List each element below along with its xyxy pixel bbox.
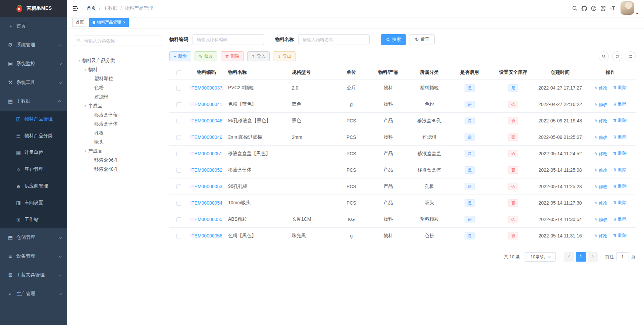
fullscreen-button[interactable] — [598, 0, 608, 17]
tree-node[interactable]: ▾ 半成品 — [74, 101, 162, 110]
row-edit-link[interactable]: ✎修改 — [594, 184, 607, 190]
item-code-link[interactable]: ITEM00000051 — [190, 151, 222, 156]
sidebar-toggle-button[interactable] — [67, 0, 84, 17]
export-button[interactable]: ↧ 导出 — [273, 51, 296, 61]
sidebar-item-production-manage[interactable]: ◐ 生产管理 — [0, 284, 67, 303]
sidebar-item-workshop-settings[interactable]: ◨ 车间设置 — [0, 195, 67, 211]
user-menu[interactable]: ▾ — [621, 1, 638, 16]
github-button[interactable] — [580, 0, 589, 17]
page-size-select[interactable]: 10条/页 — [525, 252, 556, 262]
breadcrumb-item[interactable]: 首页 — [87, 5, 96, 11]
item-code-link[interactable]: ITEM00000055 — [190, 217, 222, 222]
row-checkbox[interactable] — [176, 102, 181, 107]
sidebar-item-measure-unit[interactable]: ▦ 计量单位 — [0, 144, 67, 161]
sidebar-item-system-manage[interactable]: ⚙ 系统管理 — [0, 36, 67, 54]
item-code-link[interactable]: ITEM00000046 — [190, 118, 222, 123]
row-checkbox[interactable] — [176, 217, 181, 222]
row-checkbox[interactable] — [176, 152, 181, 156]
tree-node[interactable]: ▾ 物料及产品分类 — [74, 56, 162, 65]
tree-node[interactable]: 过滤棉 — [74, 92, 162, 101]
sidebar-item-customer-manage[interactable]: ☺ 客户管理 — [0, 161, 67, 178]
tree-node[interactable]: ▾ 产成品 — [74, 147, 162, 156]
tree-node[interactable]: 移液盒盒体 — [74, 119, 162, 128]
row-edit-link[interactable]: ✎修改 — [594, 151, 607, 157]
row-delete-link[interactable]: 删除 — [613, 117, 627, 123]
select-all-checkbox[interactable] — [176, 70, 181, 75]
tree-node[interactable]: 孔板 — [74, 128, 162, 138]
item-code-link[interactable]: ITEM00000041 — [190, 102, 222, 107]
font-size-button[interactable] — [608, 0, 617, 17]
add-button[interactable]: + 新增 — [169, 51, 191, 61]
item-code-link[interactable]: ITEM00000049 — [190, 134, 222, 140]
tree-node[interactable]: 移液盒48孔 — [74, 165, 162, 174]
search-button[interactable] — [570, 0, 580, 17]
item-code-link[interactable]: ITEM00000053 — [190, 184, 222, 189]
hide-search-button[interactable] — [599, 51, 609, 61]
row-delete-link[interactable]: 删除 — [613, 150, 627, 156]
item-code-link[interactable]: ITEM00000054 — [190, 200, 222, 206]
row-edit-link[interactable]: ✎修改 — [594, 85, 607, 91]
row-edit-link[interactable]: ✎修改 — [594, 134, 607, 141]
sidebar-item-workstation[interactable]: ⊞ 工作站 — [0, 211, 67, 228]
row-edit-link[interactable]: ✎修改 — [594, 233, 607, 239]
tree-node[interactable]: 移液盒盒盖 — [74, 110, 162, 119]
row-checkbox[interactable] — [176, 168, 181, 173]
row-delete-link[interactable]: 删除 — [613, 134, 627, 140]
view-tab[interactable]: 物料产品管理 × — [89, 18, 129, 27]
row-delete-link[interactable]: 删除 — [613, 101, 627, 107]
sidebar-item-system-tools[interactable]: ⚒ 系统工具 — [0, 73, 67, 92]
sidebar-item-system-monitor[interactable]: ▣ 系统监控 — [0, 54, 67, 73]
category-search-input[interactable] — [74, 36, 162, 46]
tree-node[interactable]: ▾ 物料 — [74, 65, 162, 74]
filter-input[interactable] — [193, 34, 264, 45]
tree-node[interactable]: 塑料颗粒 — [74, 74, 162, 83]
row-delete-link[interactable]: 删除 — [613, 232, 627, 238]
next-page-button[interactable] — [588, 252, 598, 262]
view-tab[interactable]: 首页 — [72, 18, 87, 27]
sidebar-item-material-product-category[interactable]: ☰ 物料产品分类 — [0, 127, 67, 144]
reset-button[interactable]: ↻ 重置 — [410, 34, 435, 45]
row-delete-link[interactable]: 删除 — [613, 216, 627, 222]
sidebar-item-warehouse-manage[interactable]: ⬒ 仓储管理 — [0, 228, 67, 247]
tree-node[interactable]: 色粉 — [74, 83, 162, 92]
filter-input[interactable] — [298, 34, 370, 45]
row-delete-link[interactable]: 删除 — [613, 200, 627, 206]
sidebar-item-master-data[interactable]: ▤ 主数据 — [0, 92, 67, 111]
delete-button[interactable]: 删除 — [221, 51, 244, 61]
help-button[interactable] — [589, 0, 598, 17]
item-code-link[interactable]: ITEM00000056 — [190, 233, 222, 238]
close-icon[interactable]: × — [123, 20, 125, 24]
row-edit-link[interactable]: ✎修改 — [594, 102, 607, 108]
row-checkbox[interactable] — [176, 201, 181, 206]
sidebar-item-fixture-manage[interactable]: ⊠ 工装夹具管理 — [0, 266, 67, 284]
app-logo[interactable]: K 苦糖果MES — [0, 0, 67, 17]
row-edit-link[interactable]: ✎修改 — [594, 217, 607, 223]
row-edit-link[interactable]: ✎修改 — [594, 118, 607, 124]
tree-node[interactable]: 吸头 — [74, 138, 162, 147]
row-checkbox[interactable] — [176, 184, 181, 189]
goto-page-input[interactable] — [616, 252, 629, 261]
row-delete-link[interactable]: 删除 — [613, 167, 627, 173]
item-code-link[interactable]: ITEM00000037 — [190, 85, 222, 91]
tree-node[interactable]: 移液盒96孔 — [74, 156, 162, 165]
sidebar-item-equipment-manage[interactable]: ≡ 设备管理 — [0, 247, 67, 266]
row-checkbox[interactable] — [176, 135, 181, 140]
row-checkbox[interactable] — [176, 119, 181, 123]
toggle-columns-button[interactable] — [626, 51, 636, 61]
item-code-link[interactable]: ITEM00000052 — [190, 167, 222, 173]
row-checkbox[interactable] — [176, 234, 181, 238]
row-edit-link[interactable]: ✎修改 — [594, 167, 607, 173]
search-submit-button[interactable]: 搜索 — [381, 34, 406, 45]
row-delete-link[interactable]: 删除 — [613, 85, 627, 91]
refresh-table-button[interactable] — [612, 51, 622, 61]
sidebar-item-material-product-manage[interactable]: ◫ 物料产品管理 — [0, 111, 67, 127]
edit-button[interactable]: ✎ 修改 — [195, 51, 217, 61]
sidebar-item-supplier-manage[interactable]: ☻ 供应商管理 — [0, 178, 67, 195]
row-edit-link[interactable]: ✎修改 — [594, 200, 607, 206]
row-checkbox[interactable] — [176, 86, 181, 91]
sidebar-item-home[interactable]: ◔ 首页 — [0, 17, 67, 36]
prev-page-button[interactable] — [564, 252, 574, 262]
import-button[interactable]: ↥ 导入 — [247, 51, 270, 61]
row-delete-link[interactable]: 删除 — [613, 183, 627, 189]
page-number-button[interactable]: 1 — [576, 252, 586, 262]
